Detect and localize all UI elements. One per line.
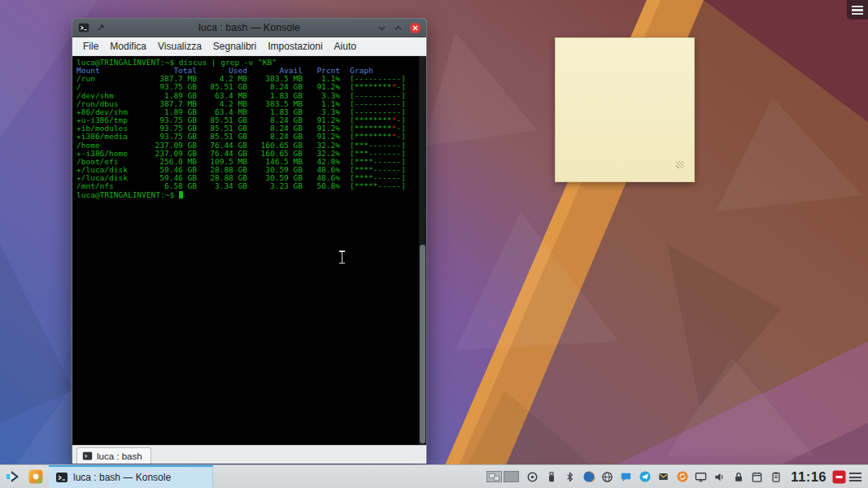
mouse-ibeam-pointer (338, 251, 346, 264)
pin-icon[interactable] (96, 23, 106, 33)
kde-app-shortcut-icon[interactable] (26, 468, 45, 486)
tab-bar: luca : bash (72, 445, 426, 464)
terminal-scrollbar[interactable] (419, 56, 426, 445)
pager-desktop-2[interactable] (504, 471, 519, 482)
sticky-note-widget[interactable] (555, 37, 695, 182)
firefox-icon[interactable] (582, 470, 595, 484)
note-resize-handle-icon[interactable] (676, 161, 684, 168)
lock-icon[interactable] (731, 470, 745, 484)
toolbox-menu-icon (852, 6, 863, 15)
menu-item-visualizza[interactable]: Visualizza (152, 38, 207, 54)
volume-icon[interactable] (713, 470, 726, 484)
menu-item-modifica[interactable]: Modifica (104, 38, 152, 54)
tab-label: luca : bash (97, 451, 142, 461)
display-icon[interactable] (694, 470, 708, 484)
menu-bar: FileModificaVisualizzaSegnalibriImpostaz… (72, 37, 426, 56)
messenger-icon[interactable] (619, 470, 633, 484)
kde-connect-icon[interactable] (526, 470, 539, 484)
telegram-icon[interactable] (638, 470, 652, 484)
bluetooth-icon[interactable] (563, 470, 577, 484)
menu-item-file[interactable]: File (77, 38, 104, 54)
maximize-button[interactable] (393, 23, 403, 33)
taskbar-panel: luca : bash — Konsole (0, 464, 868, 488)
menu-item-segnalibri[interactable]: Segnalibri (207, 38, 262, 54)
device-notifier-icon[interactable] (544, 470, 558, 484)
window-title: luca : bash — Konsole (72, 22, 426, 33)
task-konsole-icon (55, 471, 68, 484)
terminal-viewport[interactable]: luca@TRINGALINVENT:~$discus | grep -v "K… (72, 56, 426, 445)
network-globe-icon[interactable] (600, 470, 614, 484)
launcher-area (0, 468, 49, 486)
terminal-output: luca@TRINGALINVENT:~$discus | grep -v "K… (72, 56, 426, 199)
email-icon[interactable] (656, 470, 670, 484)
terminal-block-cursor (179, 191, 183, 198)
shell-prompt: luca@TRINGALINVENT:~$ (76, 190, 174, 199)
task-button-konsole[interactable]: luca : bash — Konsole (49, 465, 213, 488)
app-launcher-icon[interactable] (3, 468, 22, 486)
digital-clock[interactable]: 11:16 (791, 469, 827, 485)
terminal-tab-icon (82, 451, 93, 461)
panel-menu-icon[interactable] (849, 473, 861, 481)
menu-item-impostazioni[interactable]: Impostazioni (262, 38, 328, 54)
system-tray (526, 470, 786, 484)
clipboard-icon[interactable] (769, 470, 783, 484)
konsole-window: luca : bash — Konsole FileModificaVisual… (72, 18, 427, 463)
desktop-toolbox[interactable] (847, 0, 868, 20)
minimize-button[interactable] (377, 23, 387, 33)
calendar-icon[interactable] (750, 470, 764, 484)
sync-icon[interactable] (675, 470, 689, 484)
tray-red-app-icon[interactable] (832, 470, 846, 484)
pager-desktop-1[interactable] (486, 471, 502, 482)
konsole-app-icon (78, 22, 89, 33)
close-button[interactable] (409, 22, 421, 34)
terminal-prompt-line: luca@TRINGALINVENT:~$ (76, 191, 418, 199)
scrollbar-thumb[interactable] (420, 245, 425, 443)
menu-item-aiuto[interactable]: Aiuto (329, 38, 362, 54)
terminal-rows: /run387.7 MB4.2 MB383.5 MB1.1%[---------… (76, 75, 418, 190)
task-button-label: luca : bash — Konsole (73, 472, 171, 483)
virtual-desktop-pager (486, 471, 519, 482)
title-bar[interactable]: luca : bash — Konsole (72, 19, 426, 37)
tab-luca-bash[interactable]: luca : bash (76, 447, 151, 464)
